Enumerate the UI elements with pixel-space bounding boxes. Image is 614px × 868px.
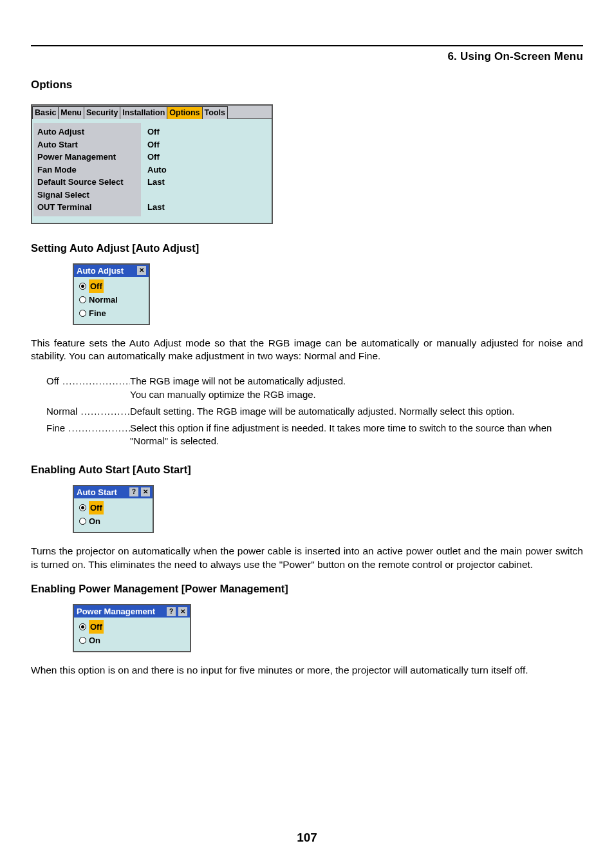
osd-row-label[interactable]: Signal Select [37, 189, 137, 202]
def-term-fine: Fine [46, 422, 130, 448]
dialog-title: Auto Adjust [77, 266, 124, 276]
radio-fine[interactable]: Fine [79, 307, 144, 320]
radio-icon [79, 310, 86, 317]
osd-row-value [147, 189, 167, 202]
radio-normal[interactable]: Normal [79, 293, 144, 307]
osd-row-label[interactable]: Power Management [37, 151, 137, 164]
def-desc-fine: Select this option if fine adjustment is… [130, 422, 568, 448]
def-desc-off: The RGB image will not be automatically … [130, 375, 568, 401]
osd-row-label[interactable]: OUT Terminal [37, 201, 137, 214]
radio-on[interactable]: On [79, 634, 185, 647]
radio-icon [79, 623, 86, 630]
radio-off[interactable]: Off [79, 279, 144, 293]
tab-security[interactable]: Security [84, 106, 120, 119]
power-mgmt-description: When this option is on and there is no i… [31, 664, 583, 677]
osd-row-value: Off [147, 151, 167, 164]
osd-row-value: Last [147, 201, 167, 214]
auto-adjust-heading: Setting Auto Adjust [Auto Adjust] [31, 242, 583, 254]
radio-icon [79, 283, 86, 290]
osd-row-label[interactable]: Auto Adjust [37, 126, 137, 138]
help-icon[interactable]: ? [129, 487, 138, 496]
power-mgmt-dialog: Power Management ? ✕ Off On [73, 604, 191, 652]
tab-tools[interactable]: Tools [202, 106, 228, 119]
dialog-title: Power Management [77, 607, 155, 616]
def-term-off: Off [46, 375, 130, 401]
options-heading: Options [31, 79, 583, 91]
radio-label: On [89, 514, 100, 528]
auto-start-description: Turns the projector on automatically whe… [31, 545, 583, 572]
radio-label: Normal [89, 293, 118, 307]
chapter-title: 6. Using On-Screen Menu [31, 50, 583, 63]
osd-values-column: Off Off Off Auto Last Last [141, 123, 173, 216]
def-desc-normal: Default setting. The RGB image will be a… [130, 405, 568, 418]
osd-row-label[interactable]: Fan Mode [37, 164, 137, 176]
radio-off[interactable]: Off [79, 501, 147, 514]
close-icon[interactable]: ✕ [137, 266, 146, 275]
close-icon[interactable]: ✕ [178, 607, 187, 616]
osd-row-value: Off [147, 126, 167, 138]
radio-label: On [89, 634, 100, 647]
dialog-title: Auto Start [77, 487, 117, 497]
radio-icon [79, 296, 86, 303]
radio-icon [79, 504, 86, 511]
radio-label: Off [89, 501, 104, 514]
radio-icon [79, 518, 86, 525]
tab-menu[interactable]: Menu [58, 106, 84, 119]
auto-adjust-description: This feature sets the Auto Adjust mode s… [31, 337, 583, 364]
page-number: 107 [0, 831, 614, 845]
osd-row-label[interactable]: Default Source Select [37, 176, 137, 189]
def-term-normal: Normal [46, 405, 130, 418]
osd-row-label[interactable]: Auto Start [37, 138, 137, 151]
osd-row-value: Last [147, 176, 167, 189]
auto-adjust-definitions: Off The RGB image will not be automatica… [46, 375, 568, 448]
osd-row-value: Off [147, 138, 167, 151]
tab-options[interactable]: Options [167, 106, 202, 119]
radio-icon [79, 637, 86, 644]
tab-basic[interactable]: Basic [32, 106, 59, 119]
power-mgmt-heading: Enabling Power Management [Power Managem… [31, 583, 583, 595]
osd-labels-column: Auto Adjust Auto Start Power Management … [33, 123, 141, 216]
radio-label: Off [89, 620, 104, 634]
radio-off[interactable]: Off [79, 620, 185, 634]
help-icon[interactable]: ? [167, 607, 176, 616]
osd-row-value: Auto [147, 164, 167, 176]
auto-adjust-dialog: Auto Adjust ✕ Off Normal Fine [73, 263, 150, 325]
osd-options-panel: Basic Menu Security Installation Options… [31, 104, 273, 224]
auto-start-dialog: Auto Start ? ✕ Off On [73, 485, 154, 533]
auto-start-heading: Enabling Auto Start [Auto Start] [31, 464, 583, 476]
close-icon[interactable]: ✕ [141, 487, 150, 496]
radio-label: Off [89, 279, 104, 293]
osd-tabbar: Basic Menu Security Installation Options… [32, 106, 272, 119]
tab-installation[interactable]: Installation [120, 106, 167, 119]
radio-label: Fine [89, 307, 106, 320]
radio-on[interactable]: On [79, 514, 147, 528]
